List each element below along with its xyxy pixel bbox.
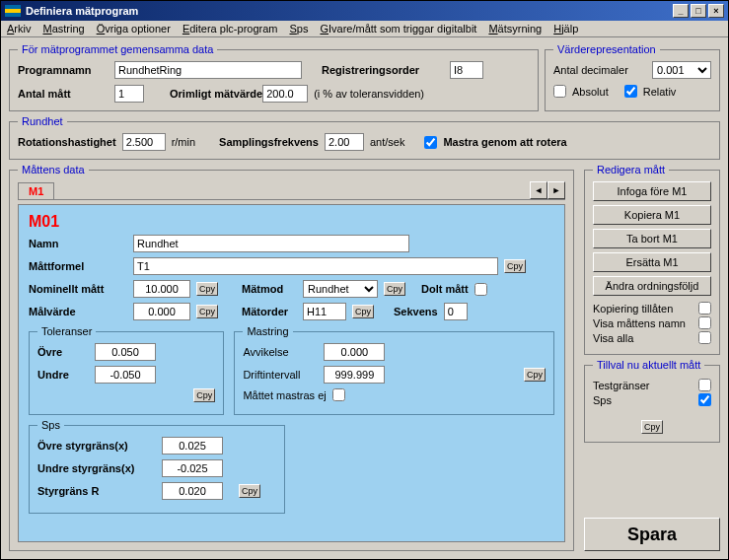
antal-input[interactable] (114, 85, 144, 103)
legend-sps: Sps (37, 419, 64, 431)
formel-input[interactable] (133, 257, 498, 275)
drift-cpy-button[interactable]: Cpy (524, 368, 546, 382)
tab-next-button[interactable]: ► (547, 181, 565, 199)
formel-cpy-button[interactable]: Cpy (504, 259, 526, 273)
matmod-select[interactable]: Rundhet (303, 280, 378, 298)
kopiera-button[interactable]: Kopiera M1 (593, 205, 711, 225)
spara-button[interactable]: Spara (584, 518, 720, 551)
test-checkbox[interactable] (698, 379, 711, 391)
ovre-input[interactable] (95, 343, 156, 361)
matmod-label: Mätmod (242, 283, 297, 295)
legend-tillval: Tillval nu aktuellt mått (593, 359, 704, 371)
menu-hjalp[interactable]: Hjälp (553, 23, 578, 35)
rot-label: Rotationshastighet (18, 136, 116, 148)
legend-rundhet: Rundhet (18, 115, 67, 127)
mastras-checkbox[interactable] (332, 388, 345, 401)
sekvens-input[interactable] (444, 303, 468, 320)
absolut-label: Absolut (572, 86, 609, 98)
fieldset-tillval: Tillval nu aktuellt mått Testgränser Sps… (584, 359, 720, 443)
tol-cpy-button[interactable]: Cpy (193, 388, 215, 402)
test-label: Testgränser (593, 380, 649, 391)
tab-prev-button[interactable]: ◄ (530, 181, 547, 199)
maximize-button[interactable]: □ (691, 4, 706, 18)
visanamn-label: Visa måttens namn (593, 317, 686, 329)
matorder-label: Mätorder (242, 306, 297, 317)
sekvens-label: Sekvens (394, 306, 438, 317)
sgr-label: Styrgräns R (37, 485, 156, 497)
matt-panel: M01 Namn Måttformel Cpy Nominellt mått C… (18, 204, 565, 542)
fieldset-mattens-data: Måttens data M1 ◄ ► M01 Namn Måttform (9, 164, 574, 551)
decimaler-label: Antal decimaler (553, 64, 628, 76)
legend-mastring: Mastring (243, 325, 292, 337)
tillval-cpy-button[interactable]: Cpy (641, 420, 663, 434)
programnamn-input[interactable] (114, 61, 302, 79)
formel-label: Måttformel (29, 260, 127, 272)
close-button[interactable]: × (708, 4, 724, 18)
menu-givare[interactable]: GIvare/mått som triggar digitalbit (320, 23, 476, 35)
tab-m1[interactable]: M1 (18, 182, 54, 199)
decimaler-select[interactable]: 0.001 (652, 61, 711, 79)
andra-button[interactable]: Ändra ordningsföljd (593, 276, 711, 296)
sgr-input[interactable] (162, 482, 223, 500)
tabort-button[interactable]: Ta bort M1 (593, 229, 711, 248)
nominellt-input[interactable] (133, 280, 190, 298)
menu-mastring[interactable]: Mastring (42, 23, 84, 35)
visanamn-checkbox[interactable] (698, 316, 711, 329)
samp-unit: ant/sek (370, 136, 404, 148)
titlebar: Definiera mätprogram _ □ × (1, 1, 728, 21)
regorder-input[interactable] (450, 61, 483, 79)
mastra-label: Mastra genom att rotera (443, 136, 566, 148)
fieldset-sps: Sps Övre styrgräns(x) Undre styrgräns(x)… (29, 419, 285, 514)
programnamn-label: Programnamn (18, 64, 114, 76)
osg-input[interactable] (162, 437, 223, 455)
mastra-checkbox[interactable] (424, 136, 437, 149)
sps-cpy-button[interactable]: Cpy (239, 484, 260, 498)
app-icon (5, 5, 21, 17)
usg-label: Undre styrgräns(x) (37, 462, 156, 474)
namn-label: Namn (29, 238, 127, 249)
matorder-cpy-button[interactable]: Cpy (352, 305, 374, 318)
nominellt-cpy-button[interactable]: Cpy (196, 282, 218, 296)
legend-redigera: Redigera mått (593, 164, 669, 175)
malvarde-input[interactable] (133, 303, 190, 320)
menu-matsyrning[interactable]: Mätsyrning (488, 23, 542, 35)
relativ-label: Relativ (643, 86, 677, 98)
matorder-input[interactable] (303, 303, 346, 320)
undre-input[interactable] (95, 366, 156, 384)
samp-input[interactable] (325, 133, 364, 151)
drift-input[interactable] (324, 366, 385, 384)
rot-input[interactable] (122, 133, 166, 151)
koptill-checkbox[interactable] (698, 302, 711, 315)
menu-ovriga[interactable]: Övriga optioner (97, 23, 171, 35)
avvikelse-input[interactable] (324, 343, 385, 361)
usg-input[interactable] (162, 459, 223, 477)
dolt-label: Dolt mått (421, 283, 469, 295)
infoga-button[interactable]: Infoga före M1 (593, 181, 711, 201)
matt-code: M01 (29, 213, 554, 231)
matmod-cpy-button[interactable]: Cpy (384, 282, 405, 296)
menu-editera[interactable]: Editera plc-program (182, 23, 278, 35)
ovre-label: Övre (37, 346, 89, 358)
menu-arkiv[interactable]: Arkiv (7, 23, 31, 35)
ersatta-button[interactable]: Ersätta M1 (593, 252, 711, 272)
antal-label: Antal mått (18, 88, 114, 100)
tillval-sps-label: Sps (593, 394, 612, 406)
malvarde-cpy-button[interactable]: Cpy (196, 305, 218, 318)
visaalla-checkbox[interactable] (698, 331, 711, 344)
legend-mattens: Måttens data (18, 164, 89, 175)
menu-sps[interactable]: Sps (289, 23, 308, 35)
nominellt-label: Nominellt mått (29, 283, 127, 295)
relativ-checkbox[interactable] (624, 85, 637, 98)
namn-input[interactable] (133, 235, 409, 252)
tillval-sps-checkbox[interactable] (698, 393, 711, 406)
undre-label: Undre (37, 369, 89, 381)
dolt-checkbox[interactable] (474, 283, 487, 296)
malvarde-label: Målvärde (29, 306, 127, 317)
fieldset-gemensamma: För mätprogrammet gemensamma data Progra… (9, 43, 539, 111)
window-title: Definiera mätprogram (26, 5, 138, 17)
absolut-checkbox[interactable] (553, 85, 566, 98)
orimligt-input[interactable] (262, 85, 308, 103)
minimize-button[interactable]: _ (673, 4, 689, 18)
fieldset-redigera: Redigera mått Infoga före M1 Kopiera M1 … (584, 164, 720, 355)
fieldset-mastring: Mastring Avvikelse Driftintervall Cpy Må… (234, 325, 554, 415)
